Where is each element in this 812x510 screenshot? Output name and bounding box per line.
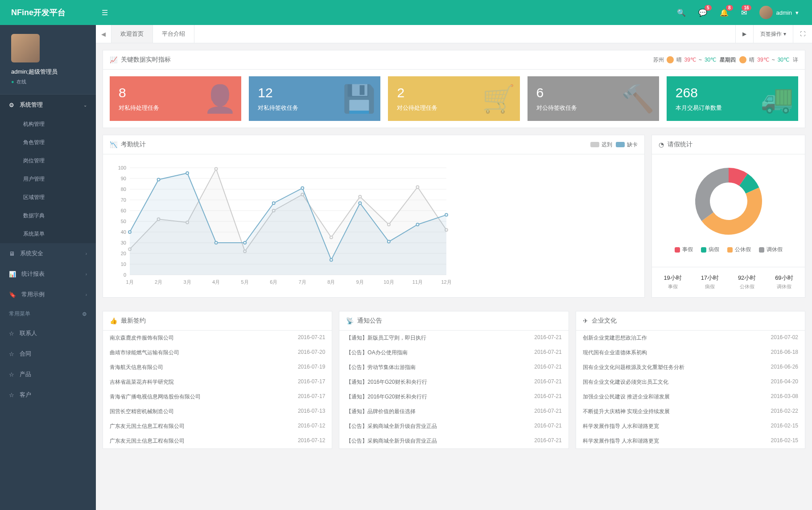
chevron-down-icon: ▾: [796, 9, 799, 16]
stat-card[interactable]: 6对公待签收任务🔨: [528, 76, 659, 121]
fav-header: 常用菜单 ⚙: [0, 305, 96, 323]
fav-item[interactable]: ☆联系人: [0, 323, 96, 344]
stat-card[interactable]: 12对私待签收任务💾: [249, 76, 380, 121]
pie-legend-item: 病假: [701, 246, 719, 253]
svg-text:4月: 4月: [212, 279, 220, 285]
tab-home[interactable]: 欢迎首页: [111, 25, 153, 43]
stat-icon: 🛒: [482, 83, 515, 115]
mail-badge: 16: [742, 5, 751, 11]
brand-logo: NFine开发平台: [0, 7, 96, 18]
chevron-right-icon: ›: [86, 292, 87, 297]
nav-system-mgmt[interactable]: ⚙ 系统管理 ⌄: [0, 95, 96, 115]
sidebar-sub-item[interactable]: 系统菜单: [0, 225, 96, 243]
list-item[interactable]: 现代国有企业道德体系初构2016-06-18: [576, 345, 805, 360]
list-item[interactable]: 青海航天信息有限公司2016-07-19: [103, 360, 332, 375]
list-item[interactable]: 国营长空精密机械制造公司2016-07-13: [103, 404, 332, 419]
stat-card[interactable]: 2对公待处理任务🛒: [388, 76, 519, 121]
svg-point-59: [445, 214, 448, 216]
sidebar-sub-item[interactable]: 数据字典: [0, 207, 96, 225]
tab-intro[interactable]: 平台介绍: [153, 25, 194, 43]
list-item[interactable]: 【通知】2016年G20财长和央行行2016-07-21: [339, 390, 568, 404]
stat-card[interactable]: 268本月交易订单数量🚚: [667, 76, 798, 121]
fullscreen-icon[interactable]: ⛶: [793, 25, 812, 43]
svg-text:5月: 5月: [241, 279, 249, 285]
list-item[interactable]: 【公告】采购商城全新升级自营业正品2016-07-21: [339, 419, 568, 434]
sun-icon: [739, 56, 746, 63]
svg-text:90: 90: [121, 176, 126, 181]
tab-prev[interactable]: ◀: [96, 25, 111, 43]
svg-text:60: 60: [121, 208, 126, 213]
weather-more[interactable]: 详: [793, 56, 798, 64]
svg-text:3月: 3月: [184, 279, 191, 285]
svg-text:7月: 7月: [299, 279, 306, 285]
legend-late: 迟到: [590, 141, 612, 149]
list-item[interactable]: 科学发展作指导 人水和谐路更宽2016-02-15: [576, 434, 805, 448]
weather-city1: 苏州晴 39℃~30℃: [653, 56, 717, 64]
list-item[interactable]: 创新企业党建思想政治工作2016-07-02: [576, 331, 805, 345]
svg-text:70: 70: [121, 197, 126, 203]
nav-example[interactable]: 🔖 常用示例 ›: [0, 284, 96, 305]
fav-item[interactable]: ☆产品: [0, 364, 96, 385]
stat-icon: 🚚: [760, 83, 794, 115]
sidebar-sub-item[interactable]: 岗位管理: [0, 152, 96, 170]
list-item[interactable]: 科学发展作指导 人水和谐路更宽2016-02-15: [576, 419, 805, 434]
stat-card[interactable]: 8对私待处理任务👤: [110, 76, 241, 121]
sidebar-sub-item[interactable]: 用户管理: [0, 170, 96, 188]
list-title: 通知公告: [357, 317, 382, 325]
sidebar-toggle[interactable]: ☰: [96, 8, 114, 17]
sidebar-sub-item[interactable]: 机构管理: [0, 115, 96, 133]
svg-point-38: [215, 167, 218, 170]
list-item[interactable]: 曲靖市绿能燃气运输有限公司2016-07-20: [103, 345, 332, 360]
list-item[interactable]: 青海省广播电视信息网络股份有限公司2016-07-17: [103, 390, 332, 404]
list-item[interactable]: 广东友元国土信息工程有限公司2016-07-12: [103, 434, 332, 448]
bell-badge: 8: [726, 5, 733, 11]
list-item[interactable]: 吉林省蔬菜花卉科学研究院2016-07-17: [103, 375, 332, 390]
list-item[interactable]: 【公告】采购商城全新升级自营业正品2016-07-21: [339, 434, 568, 448]
list-panel-sign: 👍最新签约南京森鹿皮件服饰有限公司2016-07-21曲靖市绿能燃气运输有限公司…: [103, 311, 332, 449]
pie-stat: 92小时公休假: [738, 274, 756, 290]
nav-security[interactable]: 🖥 系统安全 ›: [0, 243, 96, 264]
svg-point-45: [416, 186, 419, 188]
list-item[interactable]: 不断提升大庆精神 实现企业持续发展2016-02-22: [576, 404, 805, 419]
list-item[interactable]: 【公告】OA办公使用指南2016-07-21: [339, 345, 568, 360]
chart-title: 考勤统计: [121, 141, 146, 149]
mail-icon[interactable]: ✉16: [741, 8, 747, 17]
search-icon[interactable]: 🔍: [677, 8, 686, 17]
user-menu[interactable]: admin ▾: [759, 6, 799, 19]
tab-actions-menu[interactable]: 页签操作▾: [753, 25, 793, 43]
tab-next[interactable]: ▶: [735, 25, 753, 43]
gear-icon: ⚙: [9, 102, 14, 108]
list-panel-notice: 📡通知公告【通知】新版员工守则，即日执行2016-07-21【公告】OA办公使用…: [339, 311, 569, 449]
list-icon: 👍: [110, 317, 117, 324]
list-item[interactable]: 国有企业文化建设必须突出员工文化2016-04-20: [576, 375, 805, 390]
fav-item[interactable]: ☆客户: [0, 385, 96, 405]
comment-icon[interactable]: 💬5: [698, 8, 707, 17]
username: admin: [776, 9, 792, 16]
list-item[interactable]: 【通知】新版员工守则，即日执行2016-07-21: [339, 331, 568, 345]
sidebar-sub-item[interactable]: 角色管理: [0, 133, 96, 152]
nav-label: 系统安全: [20, 249, 43, 257]
stat-icon: 💾: [342, 83, 376, 115]
list-item[interactable]: 【通知】品牌价值的最佳选择2016-07-21: [339, 404, 568, 419]
list-item[interactable]: 国有企业文化问题根源及文化重塑任务分析2016-06-26: [576, 360, 805, 375]
list-item[interactable]: 广东友元国土信息工程有限公司2016-07-12: [103, 419, 332, 434]
svg-point-58: [416, 223, 419, 226]
list-item[interactable]: 加强企业公民建设 推进企业和谐发展2016-03-08: [576, 390, 805, 404]
list-item[interactable]: 南京森鹿皮件服饰有限公司2016-07-21: [103, 331, 332, 345]
list-item[interactable]: 【公告】劳动节集体出游指南2016-07-21: [339, 360, 568, 375]
monitor-icon: 🖥: [9, 250, 15, 257]
gear-icon[interactable]: ⚙: [82, 311, 87, 317]
fav-item[interactable]: ☆合同: [0, 344, 96, 364]
pie-stat: 17小时病假: [701, 274, 719, 290]
list-icon: ✈: [583, 317, 588, 324]
bell-icon[interactable]: 🔔8: [720, 8, 729, 17]
list-item[interactable]: 【通知】2016年G20财长和央行行2016-07-21: [339, 375, 568, 390]
svg-text:1月: 1月: [126, 279, 133, 285]
nav-report[interactable]: 📊 统计报表 ›: [0, 264, 96, 284]
list-title: 最新签约: [121, 317, 146, 325]
avatar: [759, 6, 773, 19]
svg-text:80: 80: [121, 187, 126, 192]
sidebar-sub-item[interactable]: 区域管理: [0, 188, 96, 207]
nav-label: 常用示例: [21, 290, 45, 299]
svg-point-52: [243, 241, 246, 244]
